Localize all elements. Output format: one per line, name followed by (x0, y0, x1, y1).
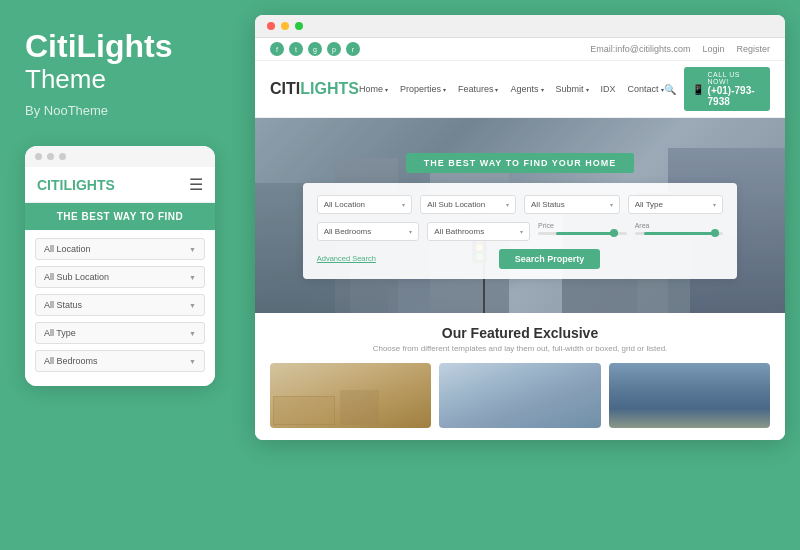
hero-search-area: THE BEST WAY TO FIND YOUR HOME All Locat… (255, 118, 785, 313)
area-slider-fill (644, 232, 719, 235)
left-panel: CitiLights Theme By NooTheme CITILIGHTS … (0, 0, 240, 550)
call-label: CALL US NOW! (708, 71, 762, 85)
brand-subtitle: Theme (25, 64, 215, 95)
nav-submit[interactable]: Submit▾ (556, 84, 589, 94)
featured-subtitle: Choose from different templates and lay … (270, 344, 770, 353)
type-select[interactable]: All Type ▾ (628, 195, 724, 214)
mobile-location-dropdown[interactable]: All Location ▼ (35, 238, 205, 260)
area-label: Area (635, 222, 724, 229)
dropdown-arrow-icon: ▼ (189, 330, 196, 337)
property-card-dining-image (439, 363, 600, 428)
price-label: Price (538, 222, 627, 229)
caret-icon: ▾ (713, 201, 716, 208)
search-row-1: All Location ▾ All Sub Location ▾ All St… (317, 195, 724, 214)
browser-dot-close[interactable] (267, 22, 275, 30)
featured-section: Our Featured Exclusive Choose from diffe… (255, 313, 785, 440)
property-cards (270, 363, 770, 428)
rss-icon[interactable]: r (346, 42, 360, 56)
topbar-email: Email:info@citilights.com (590, 44, 690, 54)
phone-icon: 📱 (692, 84, 704, 95)
property-card-interior-image (270, 363, 431, 428)
caret-icon: ▾ (506, 201, 509, 208)
nav-links: Home▾ Properties▾ Features▾ Agents▾ Subm… (359, 84, 664, 94)
mobile-sublocation-dropdown[interactable]: All Sub Location ▼ (35, 266, 205, 288)
search-row-2: All Bedrooms ▾ All Bathrooms ▾ Price (317, 222, 724, 241)
mobile-mockup: CITILIGHTS ☰ THE BEST WAY TO FIND All Lo… (25, 146, 215, 386)
nav-home[interactable]: Home▾ (359, 84, 388, 94)
google-icon[interactable]: g (308, 42, 322, 56)
search-box: All Location ▾ All Sub Location ▾ All St… (303, 183, 738, 279)
nav-features[interactable]: Features▾ (458, 84, 499, 94)
mobile-logo-citi: CITI (37, 177, 63, 193)
featured-title: Our Featured Exclusive (270, 325, 770, 341)
dropdown-arrow-icon: ▼ (189, 246, 196, 253)
mobile-logo: CITILIGHTS (37, 177, 115, 193)
mobile-dot-3 (59, 153, 66, 160)
site-navbar: CITILIGHTS Home▾ Properties▾ Features▾ A… (255, 61, 785, 118)
dropdown-arrow-icon: ▼ (189, 302, 196, 309)
phone-box: 📱 CALL US NOW! (+01)-793-7938 (684, 67, 770, 111)
area-slider-thumb[interactable] (711, 229, 719, 237)
facebook-icon[interactable]: f (270, 42, 284, 56)
bedrooms-select[interactable]: All Bedrooms ▾ (317, 222, 420, 241)
mobile-search-form: All Location ▼ All Sub Location ▼ All St… (25, 230, 215, 386)
price-slider[interactable] (538, 232, 627, 235)
topbar-user-links: Email:info@citilights.com Login Register (590, 44, 770, 54)
price-slider-fill (556, 232, 618, 235)
browser-mockup: f t g p r Email:info@citilights.com Logi… (255, 15, 785, 440)
dropdown-arrow-icon: ▼ (189, 358, 196, 365)
browser-dot-maximize[interactable] (295, 22, 303, 30)
twitter-icon[interactable]: t (289, 42, 303, 56)
nav-agents[interactable]: Agents▾ (510, 84, 543, 94)
brand-title: CitiLights (25, 30, 215, 62)
mobile-hero-banner: THE BEST WAY TO FIND (25, 203, 215, 230)
advanced-search-link[interactable]: Advanced Search (317, 254, 376, 263)
sublocation-select[interactable]: All Sub Location ▾ (420, 195, 516, 214)
site-topbar: f t g p r Email:info@citilights.com Logi… (255, 38, 785, 61)
hero-badge: THE BEST WAY TO FIND YOUR HOME (406, 153, 635, 173)
price-group: Price (538, 222, 627, 241)
search-icon[interactable]: 🔍 (664, 84, 676, 95)
search-footer: Advanced Search Search Property (317, 249, 724, 269)
topbar-register[interactable]: Register (736, 44, 770, 54)
area-group: Area (635, 222, 724, 241)
hero-section: THE BEST WAY TO FIND YOUR HOME All Locat… (255, 118, 785, 313)
bathrooms-select[interactable]: All Bathrooms ▾ (427, 222, 530, 241)
dropdown-arrow-icon: ▼ (189, 274, 196, 281)
property-card-1[interactable] (270, 363, 431, 428)
nav-contact[interactable]: Contact▾ (628, 84, 664, 94)
location-select[interactable]: All Location ▾ (317, 195, 413, 214)
property-card-exterior-image (609, 363, 770, 428)
site-logo: CITILIGHTS (270, 80, 359, 98)
pinterest-icon[interactable]: p (327, 42, 341, 56)
caret-icon: ▾ (409, 228, 412, 235)
mobile-titlebar (25, 146, 215, 167)
caret-icon: ▾ (520, 228, 523, 235)
search-property-button[interactable]: Search Property (499, 249, 601, 269)
caret-icon: ▾ (610, 201, 613, 208)
browser-titlebar (255, 15, 785, 38)
logo-lights: LIGHTS (300, 80, 359, 97)
brand-author: By NooTheme (25, 103, 215, 118)
phone-number: (+01)-793-7938 (708, 85, 762, 107)
topbar-social-links: f t g p r (270, 42, 360, 56)
mobile-bedrooms-dropdown[interactable]: All Bedrooms ▼ (35, 350, 205, 372)
property-card-2[interactable] (439, 363, 600, 428)
browser-dot-minimize[interactable] (281, 22, 289, 30)
mobile-status-dropdown[interactable]: All Status ▼ (35, 294, 205, 316)
property-card-3[interactable] (609, 363, 770, 428)
right-panel: f t g p r Email:info@citilights.com Logi… (240, 0, 800, 550)
nav-properties[interactable]: Properties▾ (400, 84, 446, 94)
area-slider[interactable] (635, 232, 724, 235)
mobile-type-dropdown[interactable]: All Type ▼ (35, 322, 205, 344)
topbar-login[interactable]: Login (702, 44, 724, 54)
mobile-logo-lights: LIGHTS (63, 177, 114, 193)
mobile-dot-2 (47, 153, 54, 160)
nav-idx[interactable]: IDX (601, 84, 616, 94)
price-slider-thumb[interactable] (610, 229, 618, 237)
status-select[interactable]: All Status ▾ (524, 195, 620, 214)
mobile-nav: CITILIGHTS ☰ (25, 167, 215, 203)
mobile-dot-1 (35, 153, 42, 160)
mobile-hamburger-icon[interactable]: ☰ (189, 175, 203, 194)
logo-citi: CITI (270, 80, 300, 97)
